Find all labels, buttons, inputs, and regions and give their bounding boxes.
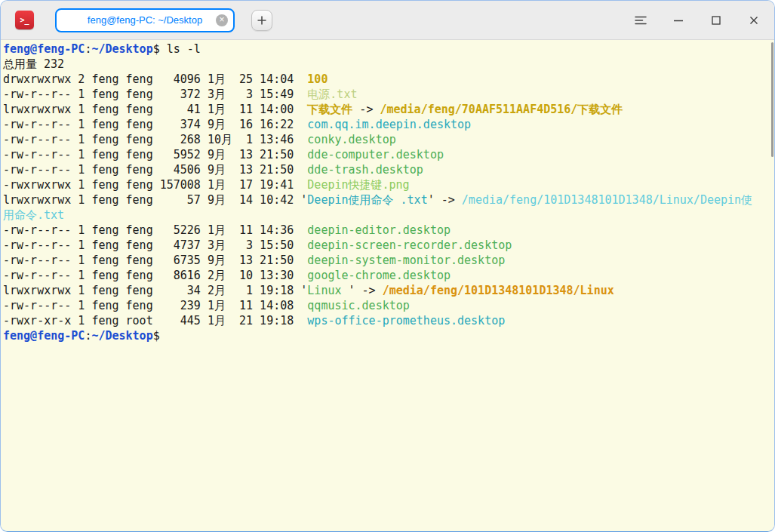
terminal-output[interactable]: feng@feng-PC:~/Desktop$ ls -l总用量 232drwx…: [1, 40, 774, 531]
terminal-text-segment: lrwxrwxrwx 1 feng feng 57 9月 14 10:42 ': [3, 193, 307, 207]
close-icon: [746, 13, 761, 28]
maximize-icon: [709, 13, 724, 28]
terminal-text-segment: /media/feng/101D1348101D1348/Linux: [383, 284, 614, 297]
terminal-line: -rw-r--r-- 1 feng feng 5226 1月 11 14:36 …: [3, 223, 768, 238]
terminal-line: -rw-r--r-- 1 feng feng 239 1月 11 14:08 q…: [3, 298, 768, 313]
terminal-app-icon-glyph: >_: [20, 16, 29, 24]
terminal-text-segment: deepin-system-monitor.desktop: [307, 254, 505, 267]
terminal-text-segment: 电源.txt: [307, 88, 357, 101]
terminal-text-segment: Deepin快捷键.png: [307, 178, 409, 192]
window-controls: [619, 5, 770, 36]
terminal-text-segment: ~/Desktop: [91, 329, 152, 343]
terminal-line: -rw-r--r-- 1 feng feng 268 10月 1 13:46 c…: [3, 132, 768, 147]
terminal-text-segment: lrwxrwxrwx 1 feng feng 41 1月 11 14:00: [3, 103, 307, 116]
terminal-text-segment: -rw-r--r-- 1 feng feng 4506 9月 13 21:50: [3, 163, 307, 177]
terminal-text-segment: -rw-r--r-- 1 feng feng 372 3月 3 15:49: [3, 88, 307, 101]
terminal-text-segment: -rw-r--r-- 1 feng feng 374 9月 16 16:22: [3, 118, 307, 131]
terminal-text-segment: $ ls -l: [153, 42, 201, 56]
terminal-line: -rw-r--r-- 1 feng feng 374 9月 16 16:22 c…: [3, 117, 768, 132]
terminal-line: feng@feng-PC:~/Desktop$: [3, 328, 768, 343]
terminal-text-segment: -rw-r--r-- 1 feng feng 6735 9月 13 21:50: [3, 254, 307, 267]
terminal-text-segment: $: [153, 329, 167, 343]
terminal-text-segment: 总用量 232: [3, 57, 64, 71]
terminal-text-segment: deepin-screen-recorder.desktop: [307, 238, 512, 252]
terminal-text-segment: com.qq.im.deepin.desktop: [307, 118, 471, 131]
tab-title: feng@feng-PC: ~/Desktop: [88, 14, 202, 26]
terminal-text-segment: -rw-r--r-- 1 feng feng 4737 3月 3 15:50: [3, 238, 307, 252]
terminal-line: -rw-r--r-- 1 feng feng 5952 9月 13 21:50 …: [3, 147, 768, 162]
terminal-text-segment: wps-office-prometheus.desktop: [307, 314, 505, 328]
terminal-line: lrwxrwxrwx 1 feng feng 57 9月 14 10:42 'D…: [3, 192, 768, 208]
terminal-text-segment: ' ->: [428, 193, 462, 207]
terminal-line: -rw-r--r-- 1 feng feng 372 3月 3 15:49 电源…: [3, 87, 768, 102]
terminal-line: 总用量 232: [3, 57, 768, 72]
terminal-text-segment: 100: [307, 72, 328, 86]
minimize-button[interactable]: [663, 5, 694, 36]
plus-icon: [257, 15, 267, 26]
scrollbar-thumb[interactable]: [771, 42, 773, 157]
terminal-line: 用命令.txt: [3, 208, 768, 223]
terminal-text-segment: feng@feng-PC: [3, 42, 85, 56]
menu-button[interactable]: [625, 5, 657, 36]
terminal-text-segment: deepin-editor.desktop: [307, 223, 451, 237]
terminal-text-segment: /media/feng/101D1348101D1348/Linux/Deepi…: [462, 193, 752, 207]
terminal-line: lrwxrwxrwx 1 feng feng 41 1月 11 14:00 下载…: [3, 102, 768, 117]
terminal-text-segment: 下载文件: [307, 103, 352, 116]
terminal-window: >_ feng@feng-PC: ~/Desktop ×: [0, 0, 775, 532]
hamburger-menu-icon: [633, 13, 648, 28]
new-tab-button[interactable]: [251, 10, 272, 31]
terminal-text-segment: -rw-r--r-- 1 feng feng 5226 1月 11 14:36: [3, 223, 307, 237]
terminal-text-segment: -rw-r--r-- 1 feng feng 8616 2月 10 13:30: [3, 269, 307, 282]
terminal-text-segment: lrwxrwxrwx 1 feng feng 34 2月 1 19:18 ': [3, 284, 307, 297]
terminal-text-segment: -rwxrwxrwx 1 feng feng 157008 1月 17 19:4…: [3, 178, 307, 192]
close-window-button[interactable]: [738, 5, 770, 36]
tab-active[interactable]: feng@feng-PC: ~/Desktop ×: [55, 8, 235, 32]
terminal-text-segment: 用命令.txt: [3, 208, 64, 222]
terminal-text-segment: /media/feng/70AAF511AAF4D516/下载文件: [380, 103, 623, 116]
title-bar[interactable]: >_ feng@feng-PC: ~/Desktop ×: [1, 1, 774, 40]
terminal-line: -rw-r--r-- 1 feng feng 6735 9月 13 21:50 …: [3, 253, 768, 268]
terminal-text-segment: -rw-r--r-- 1 feng feng 268 10月 1 13:46: [3, 133, 307, 146]
terminal-text-segment: dde-computer.desktop: [307, 148, 444, 161]
terminal-text-segment: -rwxr-xr-x 1 feng root 445 1月 21 19:18: [3, 314, 307, 328]
terminal-text-segment: feng@feng-PC: [3, 329, 85, 343]
terminal-text-segment: -rw-r--r-- 1 feng feng 5952 9月 13 21:50: [3, 148, 307, 161]
terminal-line: -rwxrwxrwx 1 feng feng 157008 1月 17 19:4…: [3, 177, 768, 192]
terminal-line: feng@feng-PC:~/Desktop$ ls -l: [3, 42, 768, 57]
terminal-line: lrwxrwxrwx 1 feng feng 34 2月 1 19:18 'Li…: [3, 283, 768, 298]
terminal-text-segment: google-chrome.desktop: [307, 269, 451, 282]
terminal-text-segment: Deepin使用命令 .txt: [307, 193, 427, 207]
terminal-app-icon: >_: [15, 11, 34, 29]
terminal-line: -rw-r--r-- 1 feng feng 4737 3月 3 15:50 d…: [3, 238, 768, 253]
terminal-text-segment: ~/Desktop: [91, 42, 152, 56]
terminal-text-segment: ->: [352, 103, 380, 116]
terminal-line: -rwxr-xr-x 1 feng root 445 1月 21 19:18 w…: [3, 313, 768, 328]
maximize-button[interactable]: [700, 5, 732, 36]
terminal-text-segment: qqmusic.desktop: [307, 299, 409, 312]
terminal-text-segment: Linux: [307, 284, 348, 297]
terminal-text-segment: -rw-r--r-- 1 feng feng 239 1月 11 14:08: [3, 299, 307, 312]
terminal-line: -rw-r--r-- 1 feng feng 8616 2月 10 13:30 …: [3, 268, 768, 283]
terminal-text-segment: dde-trash.desktop: [307, 163, 423, 177]
terminal-text-segment: drwxrwxrwx 2 feng feng 4096 1月 25 14:04: [3, 72, 307, 86]
tab-close-icon[interactable]: ×: [216, 14, 228, 26]
minimize-icon: [671, 13, 686, 28]
terminal-line: drwxrwxrwx 2 feng feng 4096 1月 25 14:04 …: [3, 72, 768, 87]
terminal-text-segment: conky.desktop: [307, 133, 395, 146]
terminal-line: -rw-r--r-- 1 feng feng 4506 9月 13 21:50 …: [3, 162, 768, 177]
terminal-text-segment: ' ->: [349, 284, 383, 297]
